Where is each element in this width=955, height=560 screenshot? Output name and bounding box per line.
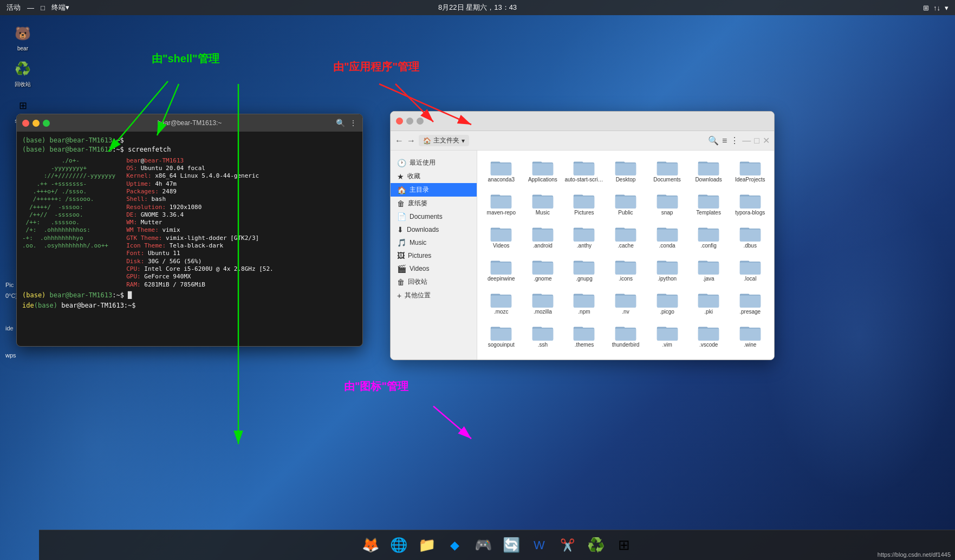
taskbar-vscode[interactable]: ◆ — [443, 533, 467, 557]
svg-rect-26 — [532, 197, 553, 209]
file-item[interactable]: .icons — [606, 254, 646, 285]
file-item[interactable]: .mozilla — [523, 287, 563, 318]
fm-sidebar-documents[interactable]: 📄 Documents — [391, 210, 477, 223]
file-item[interactable]: Downloads — [689, 155, 729, 186]
file-item[interactable]: typora-blogs — [730, 188, 770, 219]
fm-sidebar-trash[interactable]: 🗑 废纸篓 — [391, 197, 477, 210]
taskbar-firefox[interactable]: 🦊 — [359, 533, 382, 557]
file-item[interactable]: .ipython — [647, 254, 687, 285]
fm-restore-icon[interactable]: □ — [754, 136, 759, 146]
svg-rect-38 — [698, 197, 719, 209]
fm-close-icon[interactable]: ✕ — [763, 135, 770, 146]
desktop-icon-recycle[interactable]: ♻️ 回收站 — [5, 56, 40, 90]
taskbar-chrome[interactable]: 🌐 — [387, 533, 411, 557]
svg-rect-35 — [657, 197, 677, 209]
file-item[interactable]: .gnupg — [564, 254, 604, 285]
file-item[interactable]: .wine — [730, 320, 770, 351]
terminal-body[interactable]: (base) bear@bear-TM1613:~$ (base) bear@b… — [17, 132, 362, 346]
file-item[interactable]: .cache — [606, 221, 646, 252]
file-item[interactable]: .nv — [606, 287, 646, 318]
topbar-icon1[interactable]: ⊞ — [923, 4, 929, 12]
file-name: Documents — [653, 177, 681, 183]
file-item[interactable]: Applications — [523, 155, 563, 186]
taskbar-files[interactable]: 📁 — [415, 533, 439, 557]
fm-sidebar-label: Videos — [410, 265, 429, 272]
activities-label[interactable]: 活动 — [7, 3, 21, 12]
folder-icon — [657, 290, 678, 308]
file-item[interactable]: .npm — [564, 287, 604, 318]
file-item[interactable]: Videos — [482, 221, 521, 252]
fm-sidebar-videos[interactable]: 🎬 Videos — [391, 262, 477, 275]
file-item[interactable]: .dbus — [730, 221, 770, 252]
taskbar-recycle2[interactable]: ♻️ — [584, 533, 608, 557]
file-item[interactable]: .conda — [647, 221, 687, 252]
file-item[interactable]: .mozc — [482, 287, 521, 318]
fm-menu-icon[interactable]: ⋮ — [730, 135, 739, 146]
file-item[interactable]: .java — [689, 254, 729, 285]
file-item[interactable]: .gnome — [523, 254, 563, 285]
fm-back-btn[interactable]: ← — [395, 136, 404, 146]
fm-sidebar-downloads[interactable]: ⬇ Downloads — [391, 223, 477, 236]
file-item[interactable]: .ssh — [523, 320, 563, 351]
file-item[interactable]: deepinwine — [482, 254, 521, 285]
file-item[interactable]: snap — [647, 188, 687, 219]
file-item[interactable]: .vim — [647, 320, 687, 351]
topbar-icon3[interactable]: ▾ — [945, 4, 948, 12]
file-item[interactable]: .anthy — [564, 221, 604, 252]
file-name: thunderbird — [612, 342, 640, 348]
desktop-icon-bear[interactable]: 🐻 bear — [5, 21, 40, 54]
file-item[interactable]: IdeaProjects — [730, 155, 770, 186]
taskbar-refresh[interactable]: 🔄 — [499, 533, 523, 557]
file-item[interactable]: Music — [523, 188, 563, 219]
taskbar-edit[interactable]: ✂️ — [556, 533, 580, 557]
terminal-minimize-btn[interactable] — [33, 120, 40, 127]
file-item[interactable]: sogouinput — [482, 320, 521, 351]
file-item[interactable]: Pictures — [564, 188, 604, 219]
folder-icon — [573, 191, 595, 209]
file-item[interactable]: .picgo — [647, 287, 687, 318]
terminal-maximize-btn[interactable] — [43, 120, 50, 127]
file-item[interactable]: maven-repo — [482, 188, 521, 219]
file-item[interactable]: .config — [689, 221, 729, 252]
fm-sidebar-pictures[interactable]: 🖼 Pictures — [391, 249, 477, 262]
fm-minimize-btn[interactable] — [406, 118, 413, 125]
fm-home-breadcrumb[interactable]: 🏠 主文件夹 ▾ — [419, 135, 469, 146]
terminal-search-icon[interactable]: 🔍 — [336, 119, 345, 127]
taskbar-wps[interactable]: W — [528, 533, 551, 557]
ide-label: ide — [5, 325, 14, 331]
fm-sidebar-home[interactable]: 🏠 主目录 — [391, 183, 477, 197]
terminal-menu-icon[interactable]: ⋮ — [349, 119, 357, 127]
file-item[interactable]: .local — [730, 254, 770, 285]
file-item[interactable]: Desktop — [606, 155, 646, 186]
file-item[interactable]: .vscode — [689, 320, 729, 351]
fm-sidebar-other[interactable]: + 其他位置 — [391, 289, 477, 302]
fm-close-btn[interactable] — [396, 118, 403, 125]
file-item[interactable]: .android — [523, 221, 563, 252]
svg-rect-110 — [532, 329, 553, 341]
file-item[interactable]: .presage — [730, 287, 770, 318]
fm-sidebar-music[interactable]: 🎵 Music — [391, 236, 477, 249]
taskbar-game[interactable]: 🎮 — [471, 533, 495, 557]
file-item[interactable]: .pki — [689, 287, 729, 318]
fm-body: 🕐 最近使用 ★ 收藏 🏠 主目录 🗑 废纸篓 📄 Document — [391, 151, 774, 360]
fm-search-icon[interactable]: 🔍 — [708, 135, 719, 146]
folder-icon — [532, 224, 554, 242]
file-item[interactable]: thunderbird — [606, 320, 646, 351]
fm-sidebar-recent[interactable]: 🕐 最近使用 — [391, 156, 477, 170]
fm-forward-btn[interactable]: → — [407, 136, 415, 146]
file-item[interactable]: Documents — [647, 155, 687, 186]
terminal-menu[interactable]: 终端▾ — [51, 3, 69, 12]
file-item[interactable]: auto-start-scripts — [564, 155, 604, 186]
file-item[interactable]: .themes — [564, 320, 604, 351]
file-item[interactable]: Public — [606, 188, 646, 219]
fm-view-icon[interactable]: ≡ — [722, 136, 727, 146]
topbar-icon2[interactable]: ↑↓ — [933, 4, 940, 12]
fm-minimize-icon[interactable]: — — [742, 136, 751, 146]
terminal-close-btn[interactable] — [22, 120, 29, 127]
file-item[interactable]: anaconda3 — [482, 155, 521, 186]
file-item[interactable]: Templates — [689, 188, 729, 219]
taskbar-grid[interactable]: ⊞ — [612, 533, 636, 557]
fm-sidebar-recycle[interactable]: 🗑 回收站 — [391, 275, 477, 289]
fm-maximize-btn[interactable] — [417, 118, 424, 125]
fm-sidebar-starred[interactable]: ★ 收藏 — [391, 170, 477, 183]
